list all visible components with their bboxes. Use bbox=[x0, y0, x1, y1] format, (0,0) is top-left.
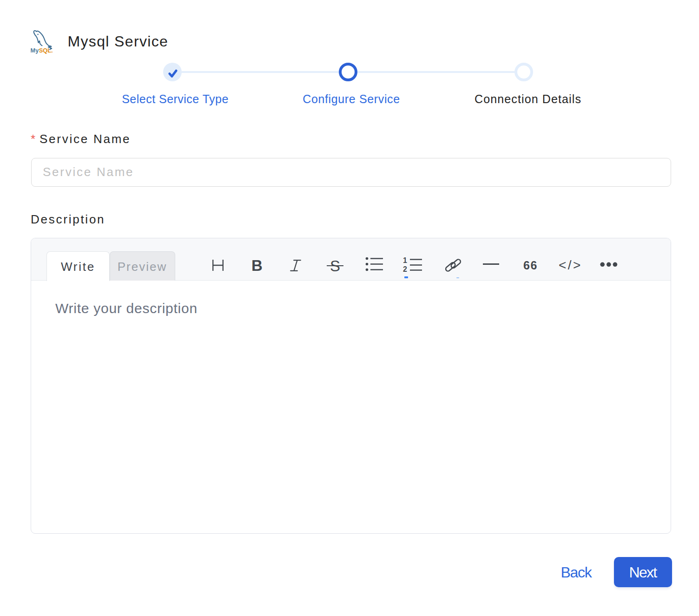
svg-text:My: My bbox=[31, 47, 40, 54]
svg-text:SQL.: SQL. bbox=[39, 47, 53, 54]
svg-text:1: 1 bbox=[403, 257, 407, 264]
svg-text:2: 2 bbox=[403, 265, 407, 273]
